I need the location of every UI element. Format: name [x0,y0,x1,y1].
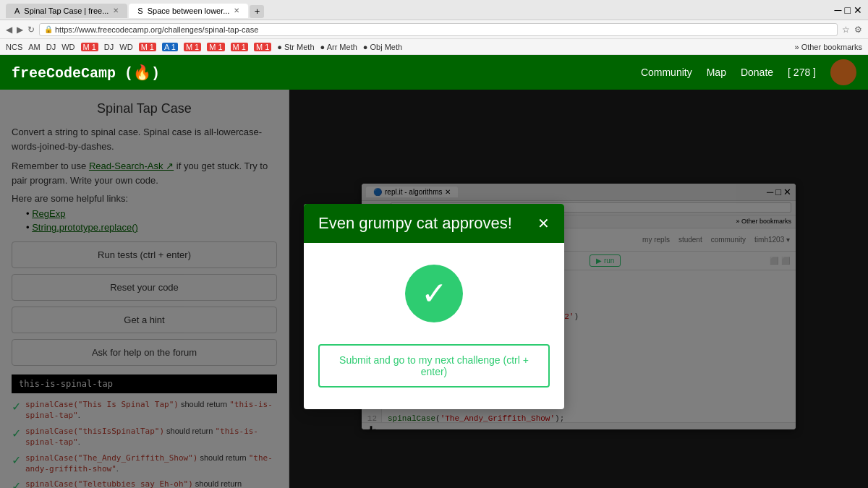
url-bar[interactable]: 🔒 https://www.freecodecamp.org/challenge… [39,23,838,36]
secure-icon: 🔒 [44,25,53,33]
checkmark-icon: ✓ [421,278,448,309]
bookmark-m6[interactable]: M 1 [254,43,271,51]
page-wrapper: A Spinal Tap Case | free... ✕ S Space be… [0,0,868,488]
tab-favicon: A [14,7,20,15]
bookmark-obj-meth[interactable]: ● Obj Meth [363,43,402,51]
tab-label-active: Space between lower... [148,7,230,15]
bookmark-arr-meth[interactable]: ● Arr Meth [320,43,357,51]
tab-close-btn[interactable]: ✕ [113,7,119,14]
reload-btn[interactable]: ↻ [27,25,35,35]
bookmark-wd[interactable]: WD [61,43,75,51]
bookmark-a1[interactable]: A 1 [162,43,178,51]
tab-label: Spinal Tap Case | free... [24,7,109,15]
submit-next-btn[interactable]: Submit and go to my next challenge (ctrl… [318,344,550,388]
nav-community[interactable]: Community [641,67,692,78]
fcc-nav: Community Map Donate [ 278 ] [641,59,856,85]
fcc-logo: freeCodeCamp (🔥) [12,64,160,82]
bookmark-am[interactable]: AM [28,43,41,51]
bookmark-m2[interactable]: M 1 [139,43,156,51]
other-bookmarks[interactable]: » Other bookmarks [794,43,862,51]
bookmark-star-icon[interactable]: ☆ [842,25,850,35]
minimize-btn[interactable]: ─ [835,4,842,16]
url-text: https://www.freecodecamp.org/challenges/… [55,25,258,34]
fcc-page: Spinal Tap Case Convert a string to spin… [0,90,868,488]
modal-overlay: Even grumpy cat approves! ✕ ✓ Submit and… [0,90,868,488]
nav-donate[interactable]: Donate [741,67,773,78]
forward-btn[interactable]: ▶ [17,25,23,35]
bookmark-ncs[interactable]: NCS [6,43,22,51]
bookmark-m3[interactable]: M 1 [184,43,201,51]
close-btn[interactable]: ✕ [854,4,862,16]
bookmarks-bar: NCS AM DJ WD M 1 DJ WD M 1 A 1 M 1 M 1 M… [0,39,868,55]
fcc-header: freeCodeCamp (🔥) Community Map Donate [ … [0,55,868,90]
modal-body: ✓ Submit and go to my next challenge (ct… [304,243,564,409]
user-avatar[interactable] [830,59,856,85]
tab-close-active-btn[interactable]: ✕ [234,7,239,14]
bookmark-m5[interactable]: M 1 [231,43,248,51]
check-circle: ✓ [405,265,463,322]
browser-chrome: A Spinal Tap Case | free... ✕ S Space be… [0,0,868,20]
modal-close-btn[interactable]: ✕ [537,215,550,232]
new-tab-btn[interactable]: + [250,5,264,18]
bookmark-dj2[interactable]: DJ [104,43,114,51]
bookmark-m4[interactable]: M 1 [207,43,224,51]
bookmark-str-meth[interactable]: ● Str Meth [277,43,314,51]
modal-header: Even grumpy cat approves! ✕ [304,204,564,243]
maximize-btn[interactable]: □ [845,4,851,16]
bookmark-wd2[interactable]: WD [119,43,132,51]
tab-bar: A Spinal Tap Case | free... ✕ S Space be… [6,2,264,18]
nav-bar: ◀ ▶ ↻ 🔒 https://www.freecodecamp.org/cha… [0,20,868,39]
nav-score: [ 278 ] [788,67,816,78]
bookmark-dj[interactable]: DJ [46,43,56,51]
tab-favicon-active: S [137,7,142,15]
nav-map[interactable]: Map [707,67,726,78]
tab-inactive[interactable]: A Spinal Tap Case | free... ✕ [6,4,127,18]
tab-active[interactable]: S Space between lower... ✕ [129,4,248,18]
back-btn[interactable]: ◀ [6,25,12,35]
bookmark-m1[interactable]: M 1 [81,43,98,51]
modal-title: Even grumpy cat approves! [318,214,512,233]
success-modal: Even grumpy cat approves! ✕ ✓ Submit and… [304,204,564,409]
extensions-icon[interactable]: ⚙ [854,25,862,35]
